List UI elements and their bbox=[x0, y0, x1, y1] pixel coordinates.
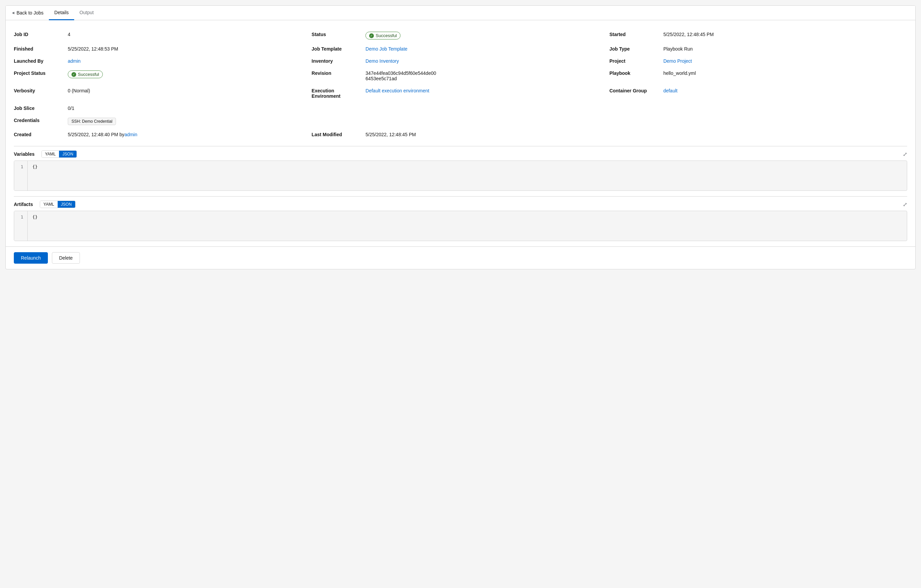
check-icon: ✓ bbox=[369, 33, 374, 38]
label-started: Started bbox=[610, 28, 664, 43]
label-revision: Revision bbox=[311, 67, 365, 85]
variables-yaml-btn[interactable]: YAML bbox=[42, 151, 59, 158]
artifacts-code: {} bbox=[28, 211, 907, 241]
variables-expand-icon[interactable]: ⤢ bbox=[903, 151, 907, 158]
label-playbook: Playbook bbox=[610, 67, 664, 85]
tab-details[interactable]: Details bbox=[49, 6, 74, 20]
empty-value-1 bbox=[365, 102, 609, 114]
value-job-slice: 0/1 bbox=[68, 102, 311, 114]
artifacts-json-btn[interactable]: JSON bbox=[58, 201, 75, 208]
label-launched-by: Launched By bbox=[14, 55, 68, 67]
value-job-id: 4 bbox=[68, 28, 311, 43]
created-by-link[interactable]: admin bbox=[124, 132, 137, 137]
variables-section: Variables YAML JSON ⤢ 1 {} bbox=[6, 146, 915, 196]
label-job-type: Job Type bbox=[610, 43, 664, 55]
value-created: 5/25/2022, 12:48:40 PM by admin bbox=[68, 129, 311, 141]
variables-editor: 1 {} bbox=[14, 161, 907, 191]
empty-value-3 bbox=[365, 114, 609, 129]
relaunch-button[interactable]: Relaunch bbox=[14, 252, 48, 264]
artifacts-yaml-btn[interactable]: YAML bbox=[40, 201, 58, 208]
job-details-page: ◄ Back to Jobs Details Output Job ID 4 S… bbox=[5, 5, 916, 269]
value-inventory[interactable]: Demo Inventory bbox=[365, 55, 609, 67]
project-status-text: Successful bbox=[78, 72, 99, 77]
artifacts-toggle-group: YAML JSON bbox=[40, 200, 75, 208]
value-job-template[interactable]: Demo Job Template bbox=[365, 43, 609, 55]
value-launched-by[interactable]: admin bbox=[68, 55, 311, 67]
details-section: Job ID 4 Status ✓ Successful Started 5/2… bbox=[6, 20, 915, 146]
variables-label: Variables bbox=[14, 151, 35, 157]
tab-output[interactable]: Output bbox=[74, 6, 99, 20]
footer-actions: Relaunch Delete bbox=[6, 246, 915, 269]
artifacts-header: Artifacts YAML JSON ⤢ bbox=[14, 197, 907, 211]
detail-grid: Job ID 4 Status ✓ Successful Started 5/2… bbox=[14, 28, 907, 141]
variables-toggle-group: YAML JSON bbox=[41, 150, 77, 158]
empty-value-2 bbox=[664, 102, 907, 114]
variables-header: Variables YAML JSON ⤢ bbox=[14, 146, 907, 161]
label-inventory: Inventory bbox=[311, 55, 365, 67]
delete-button[interactable]: Delete bbox=[52, 252, 80, 264]
artifacts-header-left: Artifacts YAML JSON bbox=[14, 200, 75, 208]
value-finished: 5/25/2022, 12:48:53 PM bbox=[68, 43, 311, 55]
empty-value-5 bbox=[664, 129, 907, 141]
value-credentials: SSH: Demo Credential bbox=[68, 114, 311, 129]
empty-label-4 bbox=[610, 114, 664, 129]
status-text: Successful bbox=[376, 33, 397, 38]
artifacts-line-numbers: 1 bbox=[14, 211, 28, 241]
label-container-group: Container Group bbox=[610, 85, 664, 102]
label-execution-environment: Execution Environment bbox=[311, 85, 365, 102]
label-job-slice: Job Slice bbox=[14, 102, 68, 114]
back-chevron-icon: ◄ bbox=[11, 10, 15, 15]
label-credentials: Credentials bbox=[14, 114, 68, 129]
empty-label-3 bbox=[311, 114, 365, 129]
variables-code: {} bbox=[28, 161, 907, 191]
label-finished: Finished bbox=[14, 43, 68, 55]
value-verbosity: 0 (Normal) bbox=[68, 85, 311, 102]
label-last-modified: Last Modified bbox=[311, 129, 365, 141]
artifacts-expand-icon[interactable]: ⤢ bbox=[903, 201, 907, 208]
value-container-group[interactable]: default bbox=[664, 85, 907, 102]
empty-label-2 bbox=[610, 102, 664, 114]
value-status: ✓ Successful bbox=[365, 28, 609, 43]
label-job-template: Job Template bbox=[311, 43, 365, 55]
credential-tag: SSH: Demo Credential bbox=[68, 118, 116, 125]
project-status-badge: ✓ Successful bbox=[68, 70, 103, 78]
value-execution-environment[interactable]: Default execution environment bbox=[365, 85, 609, 102]
label-status: Status bbox=[311, 28, 365, 43]
artifacts-editor: 1 {} bbox=[14, 211, 907, 241]
status-badge: ✓ Successful bbox=[365, 32, 400, 39]
value-started: 5/25/2022, 12:48:45 PM bbox=[664, 28, 907, 43]
empty-label-5 bbox=[610, 129, 664, 141]
label-project-status: Project Status bbox=[14, 67, 68, 85]
label-verbosity: Verbosity bbox=[14, 85, 68, 102]
value-last-modified: 5/25/2022, 12:48:45 PM bbox=[365, 129, 609, 141]
back-to-jobs-link[interactable]: ◄ Back to Jobs bbox=[11, 10, 44, 16]
value-project[interactable]: Demo Project bbox=[664, 55, 907, 67]
value-project-status: ✓ Successful bbox=[68, 67, 311, 85]
variables-json-btn[interactable]: JSON bbox=[59, 151, 76, 158]
tab-bar: ◄ Back to Jobs Details Output bbox=[6, 6, 915, 20]
back-to-jobs-label: Back to Jobs bbox=[16, 10, 44, 16]
project-check-icon: ✓ bbox=[72, 72, 76, 77]
label-project: Project bbox=[610, 55, 664, 67]
value-revision: 347e44fea036c94d5f60e544de00 6453ee5c71a… bbox=[365, 67, 609, 85]
variables-line-numbers: 1 bbox=[14, 161, 28, 191]
value-job-type: Playbook Run bbox=[664, 43, 907, 55]
empty-label-1 bbox=[311, 102, 365, 114]
variables-header-left: Variables YAML JSON bbox=[14, 150, 77, 158]
label-job-id: Job ID bbox=[14, 28, 68, 43]
label-created: Created bbox=[14, 129, 68, 141]
artifacts-label: Artifacts bbox=[14, 202, 33, 207]
empty-value-4 bbox=[664, 114, 907, 129]
value-playbook: hello_world.yml bbox=[664, 67, 907, 85]
artifacts-section: Artifacts YAML JSON ⤢ 1 {} bbox=[6, 197, 915, 246]
created-text: 5/25/2022, 12:48:40 PM by bbox=[68, 132, 124, 137]
